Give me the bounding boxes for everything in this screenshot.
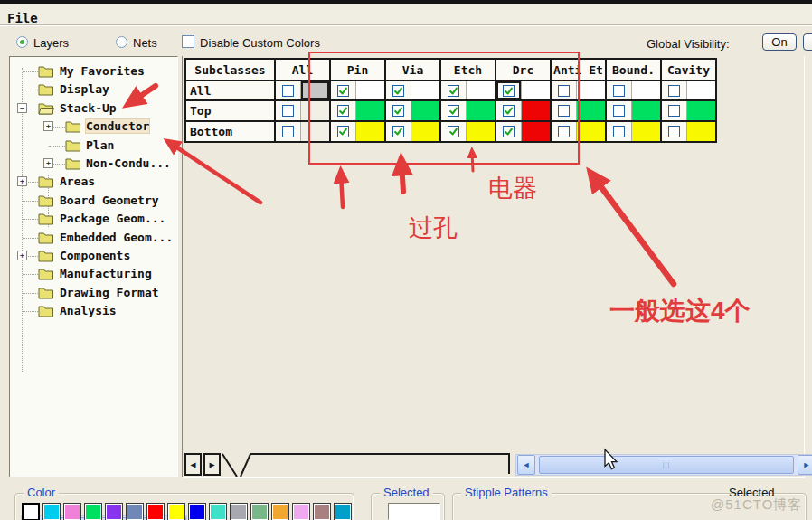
tree-item-my-favorites[interactable]: My Favorites xyxy=(10,62,177,80)
annotation-via-label: 过孔 xyxy=(409,212,458,244)
tree-item-display[interactable]: Display xyxy=(10,80,177,99)
expand-plus-icon[interactable]: + xyxy=(17,251,27,260)
folder-icon xyxy=(38,268,54,281)
palette-swatch[interactable] xyxy=(209,503,227,520)
palette-swatch[interactable] xyxy=(126,503,144,520)
color-swatch-cell[interactable] xyxy=(687,101,715,120)
expand-plus-icon[interactable]: + xyxy=(43,121,53,131)
tree-item-label: Conductor xyxy=(86,119,149,133)
palette-swatch[interactable] xyxy=(271,503,289,520)
palette-swatch[interactable] xyxy=(230,503,248,520)
tree-item-drawing-format[interactable]: Drawing Format xyxy=(10,284,177,302)
folder-icon xyxy=(65,120,81,134)
scroll-right-icon[interactable]: ► xyxy=(798,455,812,475)
tab-scroll-left-button[interactable]: ◀ xyxy=(184,453,202,476)
tree-connector-stub xyxy=(49,146,67,147)
column-header-cavity[interactable]: Cavity xyxy=(662,60,715,80)
layer-tree-panel: My Favorites Display− Stack-Up+ Conducto… xyxy=(9,56,178,477)
tree-item-label: Analysis xyxy=(60,304,117,317)
cell-all-bound- xyxy=(607,81,660,99)
cell-top-cavity xyxy=(662,101,715,120)
color-swatch-cell[interactable] xyxy=(632,101,660,120)
annotation-rectangle xyxy=(308,52,580,165)
palette-swatch[interactable] xyxy=(146,503,165,520)
visibility-checkbox[interactable] xyxy=(662,101,687,120)
tree-item-conductor[interactable]: + Conductor xyxy=(10,118,177,136)
visibility-checkbox[interactable] xyxy=(276,101,301,120)
color-swatch-cell[interactable] xyxy=(577,81,605,99)
global-visibility-label: Global Visibility: xyxy=(647,37,730,51)
folder-icon xyxy=(38,83,54,97)
global-visibility-off-button[interactable] xyxy=(803,33,812,51)
visibility-checkbox[interactable] xyxy=(276,122,301,141)
palette-swatch[interactable] xyxy=(292,503,310,520)
visibility-checkbox[interactable] xyxy=(607,81,632,99)
table-scrollbar-thumb[interactable]: ||| xyxy=(539,456,794,474)
arrow-conductor xyxy=(170,143,260,203)
tree-item-embedded-geom-[interactable]: Embedded Geom... xyxy=(10,229,177,247)
palette-swatch[interactable] xyxy=(84,503,102,520)
tab-scroll-right-button[interactable]: ▶ xyxy=(203,453,221,476)
tree-item-package-geom-[interactable]: Package Geom... xyxy=(10,210,177,228)
tree-item-label: Components xyxy=(60,249,130,262)
palette-swatch[interactable] xyxy=(313,503,331,520)
palette-swatch[interactable] xyxy=(167,503,185,520)
annotation-electric-label: 电器 xyxy=(488,172,537,204)
table-horizontal-scrollbar[interactable]: ◄ ||| ► xyxy=(515,454,812,476)
tree-item-analysis[interactable]: Analysis xyxy=(10,302,177,320)
color-swatch-cell[interactable] xyxy=(687,122,715,141)
column-header-bound-[interactable]: Bound. xyxy=(607,60,660,80)
row-label-bottom[interactable]: Bottom xyxy=(186,122,274,141)
panel-right-edge xyxy=(804,56,805,477)
tree-item-manufacturing[interactable]: Manufacturing xyxy=(10,265,177,283)
visibility-checkbox[interactable] xyxy=(276,81,301,99)
table-corner-header: Subclasses xyxy=(186,60,274,80)
color-swatch-cell[interactable] xyxy=(577,101,605,120)
unchecked-checkbox-icon xyxy=(668,85,680,97)
folder-icon xyxy=(38,250,54,263)
file-menu[interactable]: File xyxy=(7,11,38,25)
unchecked-checkbox-icon xyxy=(613,126,625,137)
folder-icon xyxy=(38,102,54,116)
color-swatch-cell[interactable] xyxy=(632,122,660,141)
tree-item-non-condu-[interactable]: + Non-Condu... xyxy=(10,155,177,173)
color-swatch-cell[interactable] xyxy=(687,81,715,99)
selected-color-swatch xyxy=(388,503,440,520)
tree-item-plan[interactable]: Plan xyxy=(10,137,177,155)
expand-plus-icon[interactable]: + xyxy=(17,176,27,186)
layers-radio[interactable] xyxy=(16,36,28,48)
nets-radio[interactable] xyxy=(116,36,127,48)
tree-item-stack-up[interactable]: − Stack-Up xyxy=(10,99,177,118)
palette-swatch[interactable] xyxy=(42,503,61,520)
expand-minus-icon[interactable]: − xyxy=(17,103,27,113)
visibility-checkbox[interactable] xyxy=(662,122,687,141)
scroll-left-icon[interactable]: ◄ xyxy=(517,455,535,475)
radio-dot-icon xyxy=(20,40,24,44)
expand-plus-icon[interactable]: + xyxy=(43,158,53,168)
palette-swatch[interactable] xyxy=(63,503,81,520)
arrow-select4 xyxy=(593,176,674,284)
palette-swatch[interactable] xyxy=(188,503,206,520)
tree-item-board-geometry[interactable]: Board Geometry xyxy=(10,192,177,210)
visibility-checkbox[interactable] xyxy=(662,81,687,99)
unchecked-checkbox-icon xyxy=(613,105,625,117)
color-swatch-cell[interactable] xyxy=(577,122,605,141)
color-palette xyxy=(22,503,352,520)
tree-item-areas[interactable]: + Areas xyxy=(10,173,177,191)
color-swatch-cell[interactable] xyxy=(632,81,660,99)
palette-swatch[interactable] xyxy=(334,503,352,520)
palette-swatch[interactable] xyxy=(250,503,269,520)
disable-custom-colors-checkbox[interactable] xyxy=(182,35,194,48)
cell-top-bound- xyxy=(607,101,660,120)
panel-divider xyxy=(182,56,183,477)
tree-item-components[interactable]: + Components xyxy=(10,247,177,265)
watermark: @51CTO博客 xyxy=(711,496,802,514)
row-label-top[interactable]: Top xyxy=(186,101,274,120)
global-visibility-on-button[interactable]: On xyxy=(762,33,797,51)
visibility-checkbox[interactable] xyxy=(607,122,632,141)
tree-item-label: Manufacturing xyxy=(60,267,152,280)
palette-swatch[interactable] xyxy=(105,503,123,520)
palette-swatch[interactable] xyxy=(22,503,40,520)
row-label-all[interactable]: All xyxy=(186,81,274,99)
visibility-checkbox[interactable] xyxy=(607,101,632,120)
